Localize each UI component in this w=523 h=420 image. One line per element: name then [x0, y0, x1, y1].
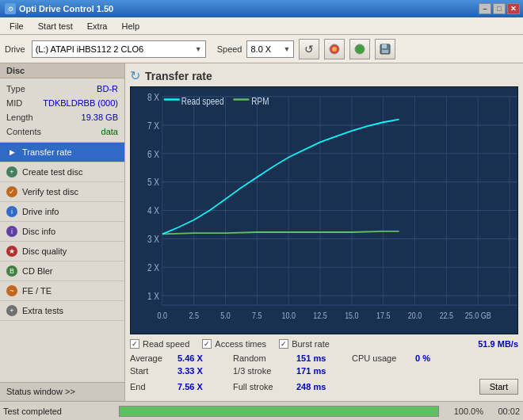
- content-area: ↻ Transfer rate: [125, 63, 523, 401]
- menu-help[interactable]: Help: [115, 20, 146, 32]
- alert-button[interactable]: [349, 39, 370, 59]
- svg-text:2 X: 2 X: [147, 262, 160, 273]
- cpu-label: CPU usage: [352, 353, 415, 363]
- svg-rect-5: [382, 50, 388, 53]
- save-button[interactable]: [375, 39, 395, 59]
- random-value: 151 ms: [296, 353, 344, 363]
- sidebar-item-label: Extra tests: [22, 306, 63, 315]
- status-window-button[interactable]: Status window >>: [0, 382, 124, 401]
- close-button[interactable]: ✕: [507, 3, 520, 14]
- drive-select[interactable]: (L:) ATAPI iHBS112 2 CLO6 ▼: [32, 40, 206, 58]
- sidebar-item-disc-quality[interactable]: ★ Disc quality: [0, 242, 124, 262]
- refresh-button[interactable]: ↺: [299, 39, 319, 59]
- full-stroke-value: 248 ms: [296, 382, 344, 391]
- sidebar-item-label: Transfer rate: [22, 147, 72, 157]
- main-layout: Disc Type BD-R MID TDKBLDRBB (000) Lengt…: [0, 63, 523, 401]
- svg-rect-4: [382, 44, 387, 48]
- sidebar-item-drive-info[interactable]: i Drive info: [0, 202, 124, 222]
- stats-row-start: Start 3.33 X 1/3 stroke 171 ms: [130, 365, 518, 377]
- access-times-checkbox[interactable]: ✓: [202, 339, 212, 349]
- burst-rate-check[interactable]: ✓ Burst rate: [279, 339, 330, 349]
- sidebar-item-verify-test-disc[interactable]: ✓ Verify test disc: [0, 182, 124, 202]
- sidebar-item-cd-bler[interactable]: B CD Bler: [0, 262, 124, 281]
- svg-text:Read speed: Read speed: [181, 96, 224, 106]
- svg-text:15.0: 15.0: [345, 311, 359, 320]
- stats-row-average: Average 5.46 X Random 151 ms CPU usage 0…: [130, 352, 518, 365]
- speed-dropdown-icon: ▼: [284, 45, 291, 53]
- end-value: 7.56 X: [178, 382, 225, 391]
- length-label: Length: [6, 110, 33, 124]
- svg-text:8 X: 8 X: [147, 92, 160, 102]
- svg-text:10.0: 10.0: [281, 311, 296, 320]
- start-button[interactable]: Start: [479, 379, 518, 395]
- svg-text:20.0: 20.0: [408, 311, 422, 320]
- panel-icon: ↻: [130, 68, 140, 83]
- sidebar-item-label: FE / TE: [22, 286, 52, 296]
- menu-file[interactable]: File: [3, 20, 30, 32]
- drive-dropdown-icon: ▼: [195, 45, 202, 53]
- sidebar-item-create-test-disc[interactable]: + Create test disc: [0, 162, 124, 182]
- toolbar: Drive (L:) ATAPI iHBS112 2 CLO6 ▼ Speed …: [0, 35, 523, 63]
- drive-info-icon: i: [6, 206, 17, 217]
- burst-rate-checkbox[interactable]: ✓: [279, 339, 288, 349]
- svg-text:1 X: 1 X: [147, 291, 160, 301]
- svg-text:0.0: 0.0: [158, 311, 168, 320]
- progress-label: 100.0%: [444, 407, 483, 416]
- start-value: 3.33 X: [178, 366, 225, 376]
- svg-point-1: [332, 47, 337, 52]
- menu-bar: File Start test Extra Help: [0, 17, 523, 35]
- color-button[interactable]: [324, 39, 345, 59]
- sidebar-item-extra-tests[interactable]: + Extra tests: [0, 301, 124, 321]
- random-label: Random: [233, 353, 296, 363]
- average-value: 5.46 X: [178, 353, 225, 363]
- progress-bar: [119, 406, 439, 417]
- contents-value: data: [101, 124, 118, 139]
- app-icon: ⊙: [5, 3, 16, 14]
- panel-title: Transfer rate: [145, 70, 212, 82]
- speed-select[interactable]: 8.0 X ▼: [246, 40, 294, 58]
- verify-test-disc-icon: ✓: [6, 186, 17, 197]
- checks-row: ✓ Read speed ✓ Access times ✓ Burst rate…: [130, 338, 518, 350]
- speed-label: Speed: [217, 44, 242, 54]
- status-bar: Test completed 100.0% 00:02: [0, 401, 523, 420]
- mid-label: MID: [6, 96, 22, 110]
- disc-quality-icon: ★: [6, 246, 17, 257]
- sidebar-item-label: Disc quality: [22, 246, 67, 256]
- end-label: End: [130, 382, 178, 391]
- status-text: Test completed: [3, 407, 114, 416]
- burst-rate-label: Burst rate: [292, 339, 330, 349]
- svg-text:12.5: 12.5: [313, 311, 327, 320]
- svg-text:7.5: 7.5: [252, 311, 262, 320]
- read-speed-checkbox[interactable]: ✓: [130, 339, 139, 349]
- title-bar: ⊙ Opti Drive Control 1.50 – □ ✕: [0, 0, 523, 17]
- minimize-button[interactable]: –: [479, 3, 491, 14]
- transfer-rate-icon: ▶: [6, 147, 17, 158]
- mid-value: TDKBLDRBB (000): [43, 96, 118, 110]
- sidebar-item-label: Create test disc: [22, 167, 82, 177]
- stroke13-value: 171 ms: [296, 366, 344, 376]
- sidebar-item-label: Disc info: [22, 227, 55, 236]
- sidebar-item-label: Verify test disc: [22, 187, 78, 197]
- sidebar-item-transfer-rate[interactable]: ▶ Transfer rate: [0, 143, 124, 162]
- stats-row-end: End 7.56 X Full stroke 248 ms Start: [130, 377, 518, 396]
- svg-text:5.0: 5.0: [220, 311, 231, 320]
- access-times-check[interactable]: ✓ Access times: [202, 339, 266, 349]
- contents-label: Contents: [6, 124, 41, 139]
- speed-value: 8.0 X: [250, 44, 271, 54]
- svg-text:7 X: 7 X: [147, 120, 160, 131]
- menu-start-test[interactable]: Start test: [32, 20, 79, 32]
- sidebar-item-fe-te[interactable]: ~ FE / TE: [0, 281, 124, 301]
- svg-text:3 X: 3 X: [147, 234, 160, 244]
- create-test-disc-icon: +: [6, 166, 17, 178]
- sidebar-item-label: CD Bler: [22, 266, 53, 276]
- svg-text:22.5: 22.5: [440, 311, 454, 320]
- read-speed-check[interactable]: ✓ Read speed: [130, 339, 189, 349]
- progress-bar-fill: [120, 407, 438, 416]
- sidebar-item-disc-info[interactable]: i Disc info: [0, 222, 124, 242]
- maximize-button[interactable]: □: [493, 3, 506, 14]
- burst-rate-value: 51.9 MB/s: [478, 339, 518, 349]
- access-times-label: Access times: [215, 339, 266, 349]
- menu-extra[interactable]: Extra: [81, 20, 114, 32]
- sidebar-item-label: Drive info: [22, 207, 59, 216]
- extra-tests-icon: +: [6, 305, 17, 316]
